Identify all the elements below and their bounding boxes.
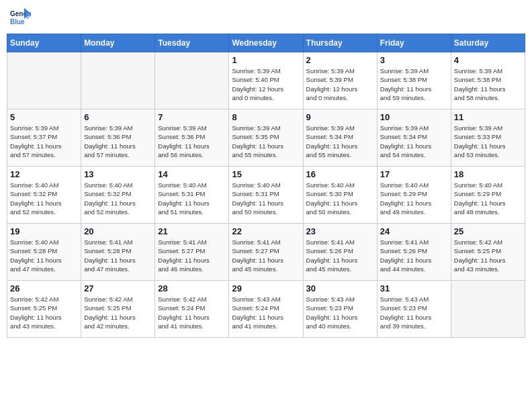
page-header: General Blue bbox=[7, 7, 525, 28]
day-number: 2 bbox=[306, 55, 374, 65]
calendar-cell: 14Sunrise: 5:40 AM Sunset: 5:31 PM Dayli… bbox=[155, 167, 229, 224]
day-number: 14 bbox=[158, 169, 226, 179]
calendar-cell: 10Sunrise: 5:39 AM Sunset: 5:34 PM Dayli… bbox=[377, 109, 451, 167]
day-info: Sunrise: 5:40 AM Sunset: 5:32 PM Dayligh… bbox=[84, 181, 152, 216]
day-number: 27 bbox=[84, 283, 152, 293]
calendar-cell: 27Sunrise: 5:42 AM Sunset: 5:25 PM Dayli… bbox=[81, 281, 155, 338]
calendar-cell: 2Sunrise: 5:39 AM Sunset: 5:39 PM Daylig… bbox=[303, 52, 377, 109]
day-number: 7 bbox=[158, 112, 226, 122]
logo: General Blue bbox=[9, 7, 31, 28]
calendar-cell: 4Sunrise: 5:39 AM Sunset: 5:38 PM Daylig… bbox=[451, 52, 525, 109]
day-info: Sunrise: 5:42 AM Sunset: 5:25 PM Dayligh… bbox=[10, 295, 78, 330]
day-info: Sunrise: 5:39 AM Sunset: 5:40 PM Dayligh… bbox=[232, 66, 300, 102]
day-info: Sunrise: 5:41 AM Sunset: 5:26 PM Dayligh… bbox=[306, 238, 374, 273]
day-number: 9 bbox=[306, 112, 374, 122]
calendar-cell: 18Sunrise: 5:40 AM Sunset: 5:29 PM Dayli… bbox=[451, 167, 525, 224]
day-info: Sunrise: 5:40 AM Sunset: 5:31 PM Dayligh… bbox=[232, 181, 300, 216]
calendar-cell: 29Sunrise: 5:43 AM Sunset: 5:24 PM Dayli… bbox=[229, 281, 303, 338]
calendar-cell: 19Sunrise: 5:40 AM Sunset: 5:28 PM Dayli… bbox=[7, 224, 81, 281]
day-info: Sunrise: 5:40 AM Sunset: 5:32 PM Dayligh… bbox=[10, 181, 78, 216]
day-number: 30 bbox=[306, 283, 374, 293]
day-info: Sunrise: 5:42 AM Sunset: 5:24 PM Dayligh… bbox=[158, 295, 226, 330]
weekday-wednesday: Wednesday bbox=[229, 34, 303, 52]
day-number: 16 bbox=[306, 169, 374, 179]
day-number: 3 bbox=[380, 55, 448, 65]
day-number: 13 bbox=[84, 169, 152, 179]
calendar-cell: 7Sunrise: 5:39 AM Sunset: 5:36 PM Daylig… bbox=[155, 109, 229, 167]
day-info: Sunrise: 5:39 AM Sunset: 5:34 PM Dayligh… bbox=[306, 124, 374, 159]
day-number: 31 bbox=[380, 283, 448, 293]
day-number: 4 bbox=[454, 55, 522, 65]
calendar-cell: 28Sunrise: 5:42 AM Sunset: 5:24 PM Dayli… bbox=[155, 281, 229, 338]
weekday-sunday: Sunday bbox=[7, 34, 81, 52]
calendar-table: SundayMondayTuesdayWednesdayThursdayFrid… bbox=[7, 34, 525, 338]
calendar-cell: 23Sunrise: 5:41 AM Sunset: 5:26 PM Dayli… bbox=[303, 224, 377, 281]
day-info: Sunrise: 5:43 AM Sunset: 5:23 PM Dayligh… bbox=[380, 295, 448, 330]
day-info: Sunrise: 5:39 AM Sunset: 5:39 PM Dayligh… bbox=[306, 66, 374, 102]
day-info: Sunrise: 5:43 AM Sunset: 5:23 PM Dayligh… bbox=[306, 295, 374, 330]
day-info: Sunrise: 5:40 AM Sunset: 5:31 PM Dayligh… bbox=[158, 181, 226, 216]
day-info: Sunrise: 5:39 AM Sunset: 5:35 PM Dayligh… bbox=[232, 124, 300, 159]
weekday-header-row: SundayMondayTuesdayWednesdayThursdayFrid… bbox=[7, 34, 525, 52]
weekday-friday: Friday bbox=[377, 34, 451, 52]
calendar-cell bbox=[451, 281, 525, 338]
day-info: Sunrise: 5:41 AM Sunset: 5:28 PM Dayligh… bbox=[84, 238, 152, 273]
calendar-cell: 3Sunrise: 5:39 AM Sunset: 5:38 PM Daylig… bbox=[377, 52, 451, 109]
day-number: 19 bbox=[10, 226, 78, 236]
logo-svg: General Blue bbox=[9, 7, 31, 28]
calendar-cell: 12Sunrise: 5:40 AM Sunset: 5:32 PM Dayli… bbox=[7, 167, 81, 224]
day-number: 11 bbox=[454, 112, 522, 122]
day-number: 18 bbox=[454, 169, 522, 179]
weekday-saturday: Saturday bbox=[451, 34, 525, 52]
day-number: 5 bbox=[10, 112, 78, 122]
day-number: 25 bbox=[454, 226, 522, 236]
day-number: 6 bbox=[84, 112, 152, 122]
day-info: Sunrise: 5:39 AM Sunset: 5:34 PM Dayligh… bbox=[380, 124, 448, 159]
calendar-cell: 24Sunrise: 5:41 AM Sunset: 5:26 PM Dayli… bbox=[377, 224, 451, 281]
weekday-tuesday: Tuesday bbox=[155, 34, 229, 52]
calendar-cell: 25Sunrise: 5:42 AM Sunset: 5:25 PM Dayli… bbox=[451, 224, 525, 281]
calendar-cell: 31Sunrise: 5:43 AM Sunset: 5:23 PM Dayli… bbox=[377, 281, 451, 338]
day-number: 26 bbox=[10, 283, 78, 293]
day-info: Sunrise: 5:39 AM Sunset: 5:38 PM Dayligh… bbox=[380, 66, 448, 102]
calendar-cell bbox=[7, 52, 81, 109]
day-info: Sunrise: 5:39 AM Sunset: 5:33 PM Dayligh… bbox=[454, 124, 522, 159]
calendar-cell: 21Sunrise: 5:41 AM Sunset: 5:27 PM Dayli… bbox=[155, 224, 229, 281]
calendar-cell bbox=[81, 52, 155, 109]
day-info: Sunrise: 5:41 AM Sunset: 5:26 PM Dayligh… bbox=[380, 238, 448, 273]
day-info: Sunrise: 5:43 AM Sunset: 5:24 PM Dayligh… bbox=[232, 295, 300, 330]
day-info: Sunrise: 5:39 AM Sunset: 5:36 PM Dayligh… bbox=[84, 124, 152, 159]
day-number: 24 bbox=[380, 226, 448, 236]
day-info: Sunrise: 5:40 AM Sunset: 5:29 PM Dayligh… bbox=[454, 181, 522, 216]
day-info: Sunrise: 5:40 AM Sunset: 5:30 PM Dayligh… bbox=[306, 181, 374, 216]
day-info: Sunrise: 5:41 AM Sunset: 5:27 PM Dayligh… bbox=[232, 238, 300, 273]
weekday-thursday: Thursday bbox=[303, 34, 377, 52]
day-number: 15 bbox=[232, 169, 300, 179]
calendar-cell: 20Sunrise: 5:41 AM Sunset: 5:28 PM Dayli… bbox=[81, 224, 155, 281]
calendar-cell: 16Sunrise: 5:40 AM Sunset: 5:30 PM Dayli… bbox=[303, 167, 377, 224]
calendar-cell: 1Sunrise: 5:39 AM Sunset: 5:40 PM Daylig… bbox=[229, 52, 303, 109]
week-row-3: 12Sunrise: 5:40 AM Sunset: 5:32 PM Dayli… bbox=[7, 167, 525, 224]
day-info: Sunrise: 5:42 AM Sunset: 5:25 PM Dayligh… bbox=[84, 295, 152, 330]
day-info: Sunrise: 5:42 AM Sunset: 5:25 PM Dayligh… bbox=[454, 238, 522, 273]
week-row-4: 19Sunrise: 5:40 AM Sunset: 5:28 PM Dayli… bbox=[7, 224, 525, 281]
calendar-cell: 5Sunrise: 5:39 AM Sunset: 5:37 PM Daylig… bbox=[7, 109, 81, 167]
day-number: 23 bbox=[306, 226, 374, 236]
calendar-cell: 6Sunrise: 5:39 AM Sunset: 5:36 PM Daylig… bbox=[81, 109, 155, 167]
day-number: 1 bbox=[232, 55, 300, 65]
calendar-body: 1Sunrise: 5:39 AM Sunset: 5:40 PM Daylig… bbox=[7, 52, 525, 338]
svg-text:Blue: Blue bbox=[10, 18, 25, 26]
day-number: 8 bbox=[232, 112, 300, 122]
day-info: Sunrise: 5:41 AM Sunset: 5:27 PM Dayligh… bbox=[158, 238, 226, 273]
calendar-cell: 15Sunrise: 5:40 AM Sunset: 5:31 PM Dayli… bbox=[229, 167, 303, 224]
calendar-cell: 11Sunrise: 5:39 AM Sunset: 5:33 PM Dayli… bbox=[451, 109, 525, 167]
day-info: Sunrise: 5:40 AM Sunset: 5:28 PM Dayligh… bbox=[10, 238, 78, 273]
day-number: 10 bbox=[380, 112, 448, 122]
day-number: 22 bbox=[232, 226, 300, 236]
calendar-cell: 17Sunrise: 5:40 AM Sunset: 5:29 PM Dayli… bbox=[377, 167, 451, 224]
weekday-monday: Monday bbox=[81, 34, 155, 52]
day-number: 21 bbox=[158, 226, 226, 236]
calendar-cell bbox=[155, 52, 229, 109]
week-row-5: 26Sunrise: 5:42 AM Sunset: 5:25 PM Dayli… bbox=[7, 281, 525, 338]
week-row-1: 1Sunrise: 5:39 AM Sunset: 5:40 PM Daylig… bbox=[7, 52, 525, 109]
